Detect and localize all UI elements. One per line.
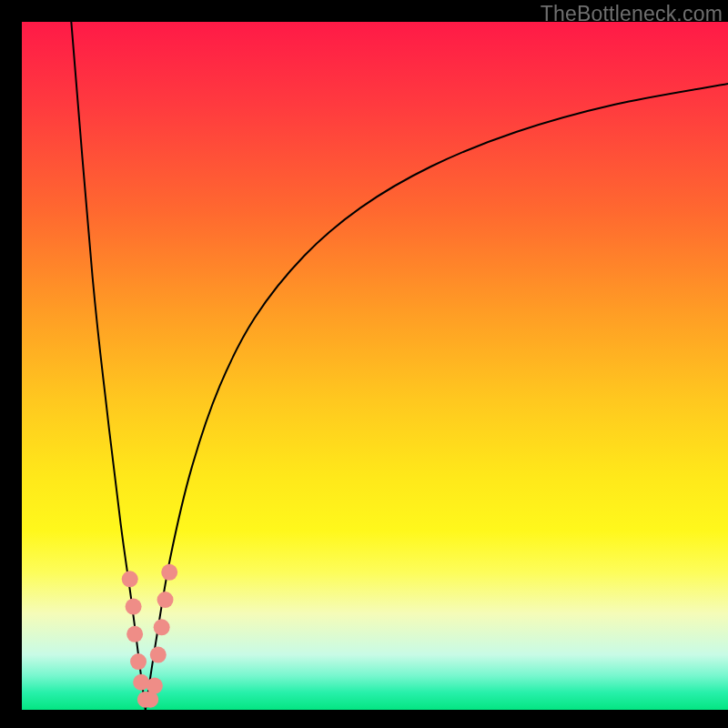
marker-dot [147, 678, 163, 694]
marker-dot [154, 619, 170, 635]
marker-dot [126, 626, 143, 642]
curve-plot [22, 22, 728, 710]
marker-dot [157, 592, 174, 608]
marker-dot [150, 647, 167, 663]
marker-group [122, 564, 177, 708]
plot-frame: TheBottleneck.com [22, 0, 728, 710]
marker-dot [122, 571, 138, 587]
marker-dot [161, 564, 177, 581]
marker-dot [126, 599, 142, 615]
marker-dot [130, 653, 147, 670]
curve-right-branch [146, 84, 728, 710]
